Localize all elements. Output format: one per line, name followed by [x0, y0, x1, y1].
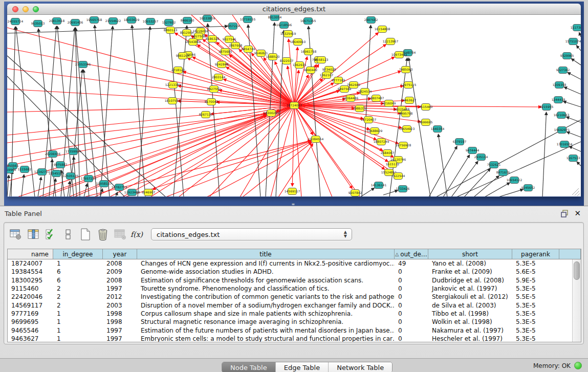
table-cell-short[interactable]: de Silva et al. (2003) [428, 302, 512, 309]
red-citation-edge[interactable] [94, 105, 294, 196]
red-citation-edge[interactable] [294, 79, 323, 105]
close-panel-icon[interactable]: ✕ [574, 209, 581, 218]
table-cell-title[interactable]: Tourette syndrome. Phenomenology and cla… [137, 285, 395, 292]
table-cell-year[interactable]: 1998 [103, 318, 137, 325]
table-cell-title[interactable]: Changes of HCN gene expression and I(f) … [137, 260, 395, 267]
table-cell-out_de[interactable]: 0 [395, 327, 428, 334]
table-cell-short[interactable]: Dudbridge et al. (2008) [428, 277, 512, 284]
red-citation-edge[interactable] [294, 47, 297, 105]
black-citation-edge[interactable] [571, 59, 581, 65]
table-cell-in_degree[interactable]: 2 [53, 293, 103, 300]
black-citation-edge[interactable] [542, 112, 547, 196]
table-cell-year[interactable]: 1997 [103, 285, 137, 292]
table-scrollbar[interactable] [572, 259, 581, 342]
table-cell-name[interactable]: 9699695 [8, 318, 53, 325]
table-cell-name[interactable]: 18300295 [8, 277, 53, 284]
red-citation-edge[interactable] [38, 115, 267, 196]
red-citation-edge[interactable] [209, 105, 294, 196]
table-cell-title[interactable]: Corpus callosum shape and size in male p… [137, 310, 395, 317]
table-cell-name[interactable]: 18724007 [8, 260, 53, 267]
black-citation-edge[interactable] [567, 132, 581, 137]
red-citation-edge[interactable] [289, 39, 294, 105]
table-cell-in_degree[interactable]: 1 [53, 335, 103, 342]
column-header-out_de[interactable]: △out_de… [395, 249, 428, 259]
table-cell-pagerank[interactable]: 5.3E-5 [512, 260, 559, 267]
function-icon[interactable]: f(x) [130, 227, 145, 242]
table-cell-short[interactable]: Tibbo et al. (1998) [428, 310, 512, 317]
table-cell-year[interactable]: 1998 [103, 310, 137, 317]
black-citation-edge[interactable] [138, 27, 150, 196]
table-row[interactable]: 946554611997Estimation of the future num… [8, 326, 572, 334]
black-citation-edge[interactable] [208, 24, 220, 196]
table-row[interactable]: 977716911998Corpus callosum shape and si… [8, 310, 572, 318]
column-select-icon[interactable] [26, 227, 41, 242]
table-cell-name[interactable]: 9115460 [8, 285, 53, 292]
black-citation-edge[interactable] [49, 159, 52, 196]
black-citation-edge[interactable] [429, 146, 457, 196]
table-cell-short[interactable]: Franke et al. (2009) [428, 268, 512, 275]
black-citation-edge[interactable] [568, 73, 581, 79]
table-cell-title[interactable]: Estimation of the future numbers of pati… [137, 327, 395, 334]
panel-splitter-handle[interactable] [292, 203, 295, 205]
black-citation-edge[interactable] [21, 174, 24, 196]
network-window-titlebar[interactable]: citations_edges.txt [7, 4, 581, 15]
column-header-year[interactable]: year [103, 249, 137, 259]
table-cell-pagerank[interactable]: 5.3E-5 [512, 302, 559, 309]
black-citation-edge[interactable] [7, 175, 9, 196]
table-cell-year[interactable]: 2012 [103, 293, 137, 300]
table-cell-pagerank[interactable]: 5.6E-5 [512, 268, 559, 275]
table-scrollbar-thumb[interactable] [574, 261, 580, 280]
table-cell-name[interactable]: 9777169 [8, 310, 53, 317]
black-citation-edge[interactable] [84, 184, 88, 196]
table-cell-short[interactable]: Jankovic et al. (1997) [428, 285, 512, 292]
column-header-short[interactable]: short [428, 249, 512, 259]
table-cell-title[interactable]: Disruption of a novel member of a sodium… [137, 302, 395, 309]
table-cell-name[interactable]: 22420046 [8, 293, 53, 300]
table-row[interactable]: 1938455462009Genome-wide association stu… [8, 268, 572, 276]
red-citation-edge[interactable] [7, 105, 294, 158]
window-resize-grip[interactable] [572, 188, 580, 196]
table-cell-year[interactable]: 2003 [103, 302, 137, 309]
table-cell-title[interactable]: Embryonic stem cells: a model to study s… [137, 335, 395, 342]
black-citation-edge[interactable] [566, 117, 581, 122]
black-citation-edge[interactable] [576, 46, 581, 51]
black-citation-edge[interactable] [569, 146, 581, 151]
table-cell-in_degree[interactable]: 1 [53, 310, 103, 317]
red-citation-edge[interactable] [7, 114, 266, 143]
table-cell-short[interactable]: Stergiakouli et al. (2012) [428, 293, 512, 300]
table-cell-out_de[interactable]: 0 [395, 277, 428, 284]
table-cell-pagerank[interactable]: 5.3E-5 [512, 318, 559, 325]
table-row[interactable]: 2242004622012Investigating the contribut… [8, 293, 572, 301]
table-cell-in_degree[interactable]: 2 [53, 285, 103, 292]
black-citation-edge[interactable] [564, 87, 581, 94]
table-cell-title[interactable]: Investigating the contribution of common… [137, 293, 395, 300]
black-citation-edge[interactable] [563, 101, 581, 107]
table-row[interactable]: 1830029562008Estimation of significance … [8, 276, 572, 285]
table-cell-name[interactable]: 9463627 [8, 335, 53, 342]
table-row[interactable]: 911546021997Tourette syndrome. Phenomeno… [8, 285, 572, 293]
citation-network-graph[interactable]: 2405572496350132081351820691406195657682… [7, 15, 581, 196]
table-cell-pagerank[interactable]: 5.5E-5 [512, 293, 559, 300]
table-cell-out_de[interactable]: 0 [395, 310, 428, 317]
table-cell-in_degree[interactable]: 1 [53, 318, 103, 325]
float-panel-icon[interactable] [561, 210, 569, 217]
red-citation-edge[interactable] [271, 105, 294, 196]
table-row[interactable]: 1456911722003Disruption of a novel membe… [8, 301, 572, 309]
table-cell-out_de[interactable]: 0 [395, 302, 428, 309]
red-citation-edge[interactable] [110, 116, 267, 196]
table-cell-title[interactable]: Structural magnetic resonance image aver… [137, 318, 395, 325]
rows-icon[interactable] [60, 227, 76, 242]
table-cell-short[interactable]: Hescheler et al. (1997) [428, 335, 512, 342]
red-citation-edge[interactable] [191, 15, 294, 105]
black-citation-edge[interactable] [464, 168, 490, 196]
table-row[interactable]: 1872400712008Changes of HCN gene express… [8, 259, 572, 268]
table-cell-out_de[interactable]: 0 [395, 318, 428, 325]
table-cell-in_degree[interactable]: 1 [53, 327, 103, 334]
network-canvas[interactable]: 2405572496350132081351820691406195657682… [7, 15, 581, 196]
table-settings-icon[interactable] [8, 227, 24, 242]
table-selector-dropdown[interactable]: citations_edges.txt ▲▼ [151, 228, 352, 240]
table-cell-out_de[interactable]: 0 [395, 335, 428, 342]
trash-icon[interactable] [95, 227, 111, 242]
black-citation-edge[interactable] [10, 171, 12, 196]
red-citation-edge[interactable] [17, 105, 294, 196]
